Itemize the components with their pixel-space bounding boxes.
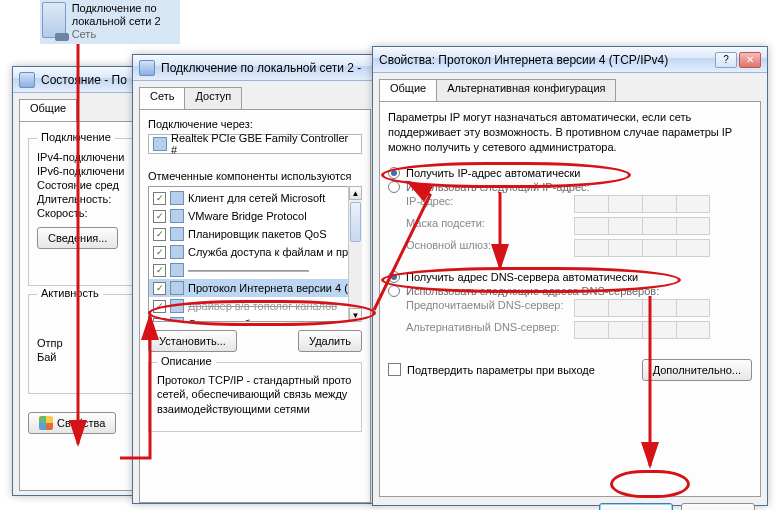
speed-label: Скорость: (37, 207, 88, 219)
radio-ip-auto[interactable] (388, 167, 400, 179)
dns2-label: Альтернативный DNS-сервер: (406, 321, 566, 339)
desktop-icon-label: Подключение по локальной сети 2 Сеть (72, 2, 178, 42)
adapter-field: Realtek PCIe GBE Family Controller # (148, 134, 362, 154)
list-item[interactable]: ✓Планировщик пакетов QoS (149, 225, 361, 243)
component-icon (170, 245, 184, 259)
list-item-tcpipv4[interactable]: ✓Протокол Интернета версии 4 ( (149, 279, 361, 297)
monitor-icon (42, 2, 66, 38)
connection-properties-window: Подключение по локальной сети 2 - Сеть Д… (132, 54, 378, 504)
adapter-name: Realtek PCIe GBE Family Controller # (171, 132, 357, 156)
list-item[interactable]: ✓——————————— (149, 261, 361, 279)
validate-label: Подтвердить параметры при выходе (407, 364, 595, 376)
status-window: Состояние - По Общие Подключение IPv4-по… (12, 66, 152, 496)
checkbox[interactable]: ✓ (153, 210, 166, 223)
component-icon (170, 299, 184, 313)
remove-button[interactable]: Удалить (298, 330, 362, 352)
tab-network[interactable]: Сеть (139, 87, 185, 109)
status-title: Состояние - По (41, 73, 127, 87)
close-button[interactable]: ✕ (739, 52, 761, 68)
component-icon (170, 191, 184, 205)
radio-dns-manual-label: Использовать следующие адреса DNS-сервер… (406, 285, 659, 297)
checkbox[interactable]: ✓ (153, 246, 166, 259)
validate-checkbox[interactable] (388, 363, 401, 376)
components-label: Отмеченные компоненты используются (148, 170, 362, 182)
description-text: Протокол TCP/IP - стандартный прото сете… (157, 373, 353, 416)
list-item[interactable]: ✓Служба доступа к файлам и при (149, 243, 361, 261)
media-label: Состояние сред (37, 179, 119, 191)
connection-icon (139, 60, 155, 76)
desktop-network-icon[interactable]: Подключение по локальной сети 2 Сеть (40, 0, 180, 44)
tab-general[interactable]: Общие (19, 99, 77, 121)
radio-dns-auto[interactable] (388, 271, 400, 283)
scroll-down[interactable]: ▼ (349, 308, 362, 322)
dns1-label: Предпочитаемый DNS-сервер: (406, 299, 566, 317)
components-listbox[interactable]: ✓Клиент для сетей Microsoft ✓VMware Brid… (148, 186, 362, 322)
help-button[interactable]: ? (715, 52, 737, 68)
ip-field (574, 195, 724, 213)
component-icon (170, 317, 184, 322)
scroll-up[interactable]: ▲ (349, 186, 362, 200)
install-button[interactable]: Установить... (148, 330, 237, 352)
properties-button[interactable]: Свойства (28, 412, 116, 434)
component-icon (170, 209, 184, 223)
mask-label: Маска подсети: (406, 217, 566, 235)
checkbox[interactable]: ✓ (153, 282, 166, 295)
radio-ip-auto-label: Получить IP-адрес автоматически (406, 167, 580, 179)
connection-name: Подключение по локальной сети 2 (72, 2, 178, 28)
tab-general[interactable]: Общие (379, 79, 437, 101)
scroll-thumb[interactable] (350, 202, 361, 242)
listbox-scrollbar[interactable]: ▲ ▼ (348, 186, 362, 322)
checkbox[interactable]: ✓ (153, 192, 166, 205)
tab-alt-config[interactable]: Альтернативная конфигурация (436, 79, 616, 101)
group-activity: Активность (37, 287, 103, 299)
tab-access[interactable]: Доступ (184, 87, 242, 109)
nic-icon (153, 137, 167, 151)
connect-using-label: Подключение через: (148, 118, 362, 130)
gw-field (574, 239, 724, 257)
checkbox[interactable]: ✓ (153, 318, 166, 323)
list-item[interactable]: ✓Ответчик обнаружения тополог (149, 315, 361, 322)
group-connection: Подключение (37, 131, 115, 143)
list-item[interactable]: ✓VMware Bridge Protocol (149, 207, 361, 225)
component-icon (170, 281, 184, 295)
list-item[interactable]: ✓Драйвер в/в тополог каналов (149, 297, 361, 315)
connection-icon (19, 72, 35, 88)
ipv4-label: IPv4-подключени (37, 151, 124, 163)
props-title: Подключение по локальной сети 2 - (161, 61, 361, 75)
advanced-button[interactable]: Дополнительно... (642, 359, 752, 381)
sent-label: Отпр (37, 337, 63, 349)
gw-label: Основной шлюз: (406, 239, 566, 257)
description-legend: Описание (157, 355, 216, 367)
radio-ip-manual-label: Использовать следующий IP-адрес: (406, 181, 590, 193)
component-icon (170, 227, 184, 241)
shield-icon (39, 416, 53, 430)
dns1-field (574, 299, 724, 317)
radio-ip-manual[interactable] (388, 181, 400, 193)
dns2-field (574, 321, 724, 339)
ip-label: IP-адрес: (406, 195, 566, 213)
ipv4-titlebar[interactable]: Свойства: Протокол Интернета версии 4 (T… (373, 47, 767, 73)
details-button[interactable]: Сведения... (37, 227, 118, 249)
ipv4-properties-window: Свойства: Протокол Интернета версии 4 (T… (372, 46, 768, 506)
props-titlebar[interactable]: Подключение по локальной сети 2 - (133, 55, 377, 81)
intro-text: Параметры IP могут назначаться автоматич… (388, 110, 752, 155)
status-titlebar[interactable]: Состояние - По (13, 67, 151, 93)
component-icon (170, 263, 184, 277)
mask-field (574, 217, 724, 235)
ok-button[interactable]: ОК (599, 503, 673, 510)
ipv6-label: IPv6-подключени (37, 165, 124, 177)
properties-button-label: Свойства (57, 417, 105, 429)
bytes-label: Бай (37, 351, 56, 363)
radio-dns-auto-label: Получить адрес DNS-сервера автоматически (406, 271, 638, 283)
radio-dns-manual[interactable] (388, 285, 400, 297)
list-item[interactable]: ✓Клиент для сетей Microsoft (149, 189, 361, 207)
cancel-button[interactable]: Отмена (681, 503, 755, 510)
checkbox[interactable]: ✓ (153, 300, 166, 313)
checkbox[interactable]: ✓ (153, 228, 166, 241)
duration-label: Длительность: (37, 193, 111, 205)
ipv4-title: Свойства: Протокол Интернета версии 4 (T… (379, 53, 668, 67)
connection-type: Сеть (72, 28, 178, 41)
checkbox[interactable]: ✓ (153, 264, 166, 277)
